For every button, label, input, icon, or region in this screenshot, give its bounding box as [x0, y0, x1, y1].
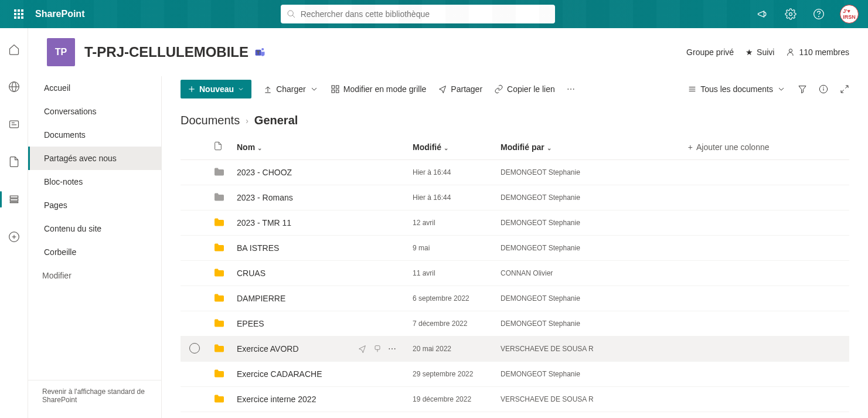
megaphone-button[interactable] [751, 0, 774, 28]
follow-button[interactable]: ★ Suivi [746, 47, 774, 57]
pin-row-icon[interactable] [373, 344, 382, 354]
svg-point-2 [789, 13, 792, 16]
app-launcher-button[interactable] [5, 0, 33, 28]
row-name[interactable]: 2023 - Romans [237, 193, 293, 202]
share-button[interactable]: Partager [438, 80, 482, 98]
row-name[interactable]: Exercice interne 2022 [237, 395, 316, 404]
nav-item[interactable]: Contenu du site [28, 217, 161, 240]
row-name[interactable]: EPEES [237, 319, 264, 328]
rail-lists[interactable] [2, 188, 26, 211]
row-name[interactable]: 2023 - TMR 11 [237, 218, 291, 227]
row-modified-by[interactable]: DEMONGEOT Stephanie [501, 244, 580, 252]
nav-item[interactable]: Accueil [28, 76, 161, 100]
row-modified-by[interactable]: DEMONGEOT Stephanie [501, 168, 580, 176]
nav-item[interactable]: Corbeille [28, 240, 161, 264]
row-modified-by[interactable]: DEMONGEOT Stephanie [501, 370, 580, 378]
nav-item[interactable]: Bloc-notes [28, 170, 161, 193]
overflow-button[interactable]: ⋯ [567, 80, 575, 98]
table-row[interactable]: Exercice CADARACHE 29 septembre 2022 DEM… [181, 362, 849, 387]
brand-label[interactable]: SharePoint [35, 9, 84, 19]
row-name[interactable]: 2023 - CHOOZ [237, 168, 292, 177]
row-modified: 29 septembre 2022 [413, 370, 473, 378]
info-button[interactable] [819, 80, 828, 98]
chevron-down-icon [309, 84, 319, 94]
row-modified-by[interactable]: DEMONGEOT Stephanie [501, 320, 580, 328]
suite-bar: SharePoint J'♥IRSN [0, 0, 868, 28]
add-column-button[interactable]: +Ajouter une colonne [683, 134, 849, 160]
rail-files[interactable] [2, 150, 26, 174]
folder-icon [213, 192, 225, 202]
settings-button[interactable] [779, 0, 802, 28]
nav-item[interactable]: Partagés avec nous [28, 147, 161, 170]
upload-label: Charger [276, 84, 306, 94]
search-box[interactable] [281, 5, 555, 23]
col-modified-header[interactable]: Modifié⌄ [408, 134, 496, 160]
row-select-circle[interactable] [189, 343, 200, 354]
table-row[interactable]: DAMPIERRE 6 septembre 2022 DEMONGEOT Ste… [181, 286, 849, 311]
table-row[interactable]: Exercice interne 2022 19 décembre 2022 V… [181, 387, 849, 412]
rail-create[interactable] [2, 225, 26, 249]
row-modified-by[interactable]: CONNAN Olivier [501, 269, 553, 277]
help-button[interactable] [807, 0, 830, 28]
chevron-down-icon: ⌄ [444, 145, 448, 151]
search-input[interactable] [301, 9, 549, 19]
row-overflow-icon[interactable]: ⋯ [388, 344, 396, 354]
col-type-header[interactable] [209, 134, 232, 160]
site-logo[interactable]: TP [47, 38, 75, 66]
row-modified-by[interactable]: VERSCHAEVE DE SOUSA R [501, 395, 594, 403]
col-modified-by-header[interactable]: Modifié par⌄ [496, 134, 683, 160]
nav-item[interactable]: Conversations [28, 100, 161, 123]
new-label: Nouveau [199, 84, 234, 94]
chevron-down-icon [777, 84, 786, 94]
rail-news[interactable] [2, 113, 26, 136]
user-avatar[interactable]: J'♥IRSN [840, 5, 859, 23]
table-row[interactable]: EPEES 7 décembre 2022 DEMONGEOT Stephani… [181, 311, 849, 337]
row-modified-by[interactable]: DEMONGEOT Stephanie [501, 219, 580, 227]
breadcrumb-root[interactable]: Documents [181, 114, 240, 127]
svg-point-0 [288, 11, 293, 16]
row-modified-by[interactable]: VERSCHAEVE DE SOUSA R [501, 345, 594, 353]
upload-button[interactable]: Charger [263, 80, 319, 98]
expand-button[interactable] [840, 80, 849, 98]
table-row[interactable]: CRUAS 11 avril CONNAN Olivier [181, 261, 849, 286]
row-modified-by[interactable]: DEMONGEOT Stephanie [501, 294, 580, 303]
classic-view-link[interactable]: Revenir à l'affichage standard de ShareP… [42, 388, 145, 404]
nav-edit-link[interactable]: Modifier [28, 264, 161, 287]
table-row[interactable]: Exercice AVORD ⋯ 20 mai 2022 VERSCHAEVE … [181, 337, 849, 362]
grid-icon [331, 84, 340, 94]
table-row[interactable]: 2023 - CHOOZ Hier à 16:44 DEMONGEOT Step… [181, 160, 849, 185]
row-modified: 9 mai [413, 244, 430, 252]
rail-home[interactable] [2, 38, 26, 61]
edit-grid-button[interactable]: Modifier en mode grille [331, 80, 427, 98]
nav-item[interactable]: Documents [28, 123, 161, 147]
share-row-icon[interactable] [358, 344, 367, 354]
view-selector[interactable]: Tous les documents [687, 80, 786, 98]
col-select-header[interactable] [181, 134, 209, 160]
filter-button[interactable] [798, 80, 807, 98]
new-button[interactable]: Nouveau [181, 80, 251, 98]
table-row[interactable]: 2023 - TMR 11 12 avril DEMONGEOT Stephan… [181, 210, 849, 236]
row-name[interactable]: DAMPIERRE [237, 294, 285, 303]
table-row[interactable]: 2023 - Romans Hier à 16:44 DEMONGEOT Ste… [181, 185, 849, 210]
col-name-header[interactable]: Nom⌄ [232, 134, 408, 160]
folder-icon [213, 369, 225, 378]
folder-icon [213, 293, 225, 303]
teams-icon[interactable]: T [254, 46, 266, 58]
copy-link-button[interactable]: Copier le lien [494, 80, 555, 98]
row-name[interactable]: CRUAS [237, 269, 265, 278]
row-name[interactable]: Exercice AVORD [237, 344, 299, 354]
site-title[interactable]: T-PRJ-CELLULEMOBILE [84, 44, 249, 60]
table-row[interactable]: BA ISTRES 9 mai DEMONGEOT Stephanie [181, 236, 849, 261]
row-modified: 6 septembre 2022 [413, 294, 469, 303]
rail-globe[interactable] [2, 75, 26, 98]
plus-circle-icon [8, 231, 20, 243]
file-table-container: Nom⌄ Modifié⌄ Modifié par⌄ +Ajouter une … [162, 134, 868, 418]
members-button[interactable]: 110 membres [786, 47, 849, 57]
nav-item[interactable]: Pages [28, 193, 161, 217]
folder-icon [213, 243, 225, 252]
row-name[interactable]: BA ISTRES [237, 243, 279, 253]
filter-icon [798, 84, 807, 94]
row-modified-by[interactable]: DEMONGEOT Stephanie [501, 193, 580, 202]
info-icon [819, 84, 828, 94]
row-name[interactable]: Exercice CADARACHE [237, 369, 322, 379]
